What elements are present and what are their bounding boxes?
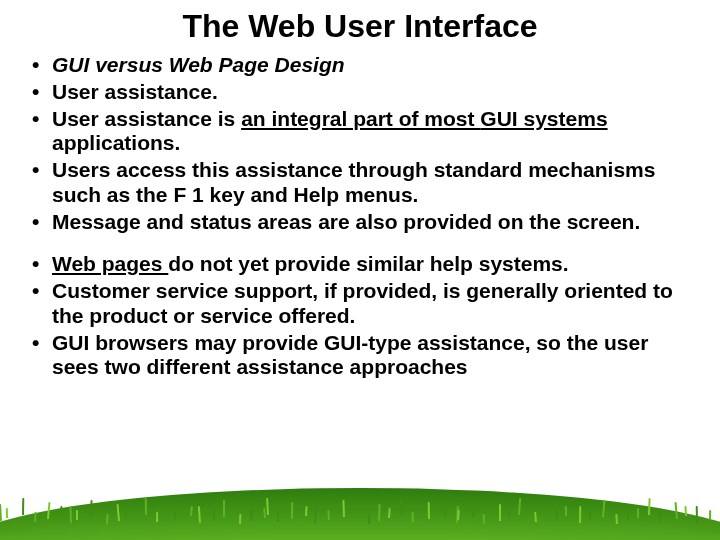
grass-blade xyxy=(250,504,253,521)
grass-blade xyxy=(378,504,381,521)
grass-blade xyxy=(428,502,430,519)
bullet-text-underline: GUI systems xyxy=(480,107,607,130)
grass-blade xyxy=(368,514,370,524)
grass-blade xyxy=(60,506,63,516)
grass-blade xyxy=(144,498,146,515)
bullet-text-underline: Web pages xyxy=(52,252,168,275)
grass-blade xyxy=(213,510,215,520)
grass-blade xyxy=(0,504,2,521)
grass-blade xyxy=(457,510,460,520)
bullet-text-underline: an integral part of most xyxy=(241,107,480,130)
grass-blade xyxy=(69,506,72,523)
bullet-item: GUI browsers may provide GUI-type assist… xyxy=(26,331,690,381)
bullet-item: Users access this assistance through sta… xyxy=(26,158,690,208)
grass-blade xyxy=(47,502,50,519)
grass-footer xyxy=(0,478,720,540)
grass-blade xyxy=(471,500,474,517)
grass-blade xyxy=(198,506,201,523)
grass-blade xyxy=(444,506,446,516)
bullet-group-1: GUI versus Web Page Design User assistan… xyxy=(26,53,690,234)
grass-blade xyxy=(674,502,677,519)
grass-blade xyxy=(263,508,266,518)
bullet-text: User assistance. xyxy=(52,80,218,103)
bullet-item: Customer service support, if provided, i… xyxy=(26,279,690,329)
grass-blade xyxy=(508,508,510,518)
grass-blade xyxy=(659,512,662,522)
bullet-text: GUI browsers may provide GUI-type assist… xyxy=(52,331,648,379)
grass-blade xyxy=(565,506,567,516)
grass-blade xyxy=(499,504,501,521)
slide-content: GUI versus Web Page Design User assistan… xyxy=(0,53,720,380)
bullet-text: User assistance is xyxy=(52,107,241,130)
slide: The Web User Interface GUI versus Web Pa… xyxy=(0,8,720,540)
grass-blade xyxy=(314,506,317,523)
grass-blade xyxy=(22,498,24,515)
grass-blade xyxy=(483,514,485,524)
grass-blade xyxy=(388,508,391,518)
grass-blade xyxy=(327,510,330,520)
grass-blade xyxy=(685,506,688,516)
grass-blade xyxy=(648,498,651,515)
grass-blade xyxy=(34,512,37,522)
grass-blade xyxy=(626,504,629,521)
grass-blade xyxy=(116,504,119,521)
bullet-text: Users access this assistance through sta… xyxy=(52,158,655,206)
grass-blade xyxy=(637,508,639,518)
grass-blade xyxy=(709,510,711,520)
grass-blade xyxy=(456,506,459,523)
grass-mound-back xyxy=(0,488,720,540)
grass-blade xyxy=(518,498,521,515)
bullet-text: Customer service support, if provided, i… xyxy=(52,279,673,327)
bullet-item: Message and status areas are also provid… xyxy=(26,210,690,235)
grass-blade xyxy=(615,514,618,524)
slide-title: The Web User Interface xyxy=(0,8,720,45)
grass-blade xyxy=(602,500,605,517)
grass-blade xyxy=(277,512,279,522)
grass-blade xyxy=(579,506,581,523)
grass-blade xyxy=(555,502,558,519)
grass-blade xyxy=(106,514,109,524)
grass-blade xyxy=(6,508,8,518)
bullet-item: User assistance. xyxy=(26,80,690,105)
grass-blade xyxy=(400,498,403,515)
grass-blade xyxy=(190,506,193,516)
grass-blade xyxy=(266,498,269,515)
grass-blade xyxy=(156,512,158,522)
bullet-item: Web pages do not yet provide similar hel… xyxy=(26,252,690,277)
grass-blade xyxy=(291,502,293,519)
grass-blade xyxy=(412,512,415,522)
grass-blade xyxy=(90,500,93,517)
grass-mound-front xyxy=(0,508,720,540)
grass-blade xyxy=(696,506,698,523)
bullet-group-2: Web pages do not yet provide similar hel… xyxy=(26,252,690,380)
grass-blade xyxy=(76,510,78,520)
grass-blade xyxy=(534,512,537,522)
bullet-text: applications. xyxy=(52,131,180,154)
bullet-item: User assistance is an integral part of m… xyxy=(26,107,690,157)
bullet-text: do not yet provide similar help systems. xyxy=(168,252,568,275)
bullet-text: GUI versus Web Page Design xyxy=(52,53,345,76)
bullet-item: GUI versus Web Page Design xyxy=(26,53,690,78)
bullet-text: Message and status areas are also provid… xyxy=(52,210,640,233)
grass-blade xyxy=(305,506,308,516)
grass-blade xyxy=(223,500,225,517)
grass-blade xyxy=(125,508,128,518)
grass-blade xyxy=(342,500,345,517)
grass-blade xyxy=(174,502,177,519)
grass-blade xyxy=(239,514,241,524)
grass-blade xyxy=(589,510,592,520)
